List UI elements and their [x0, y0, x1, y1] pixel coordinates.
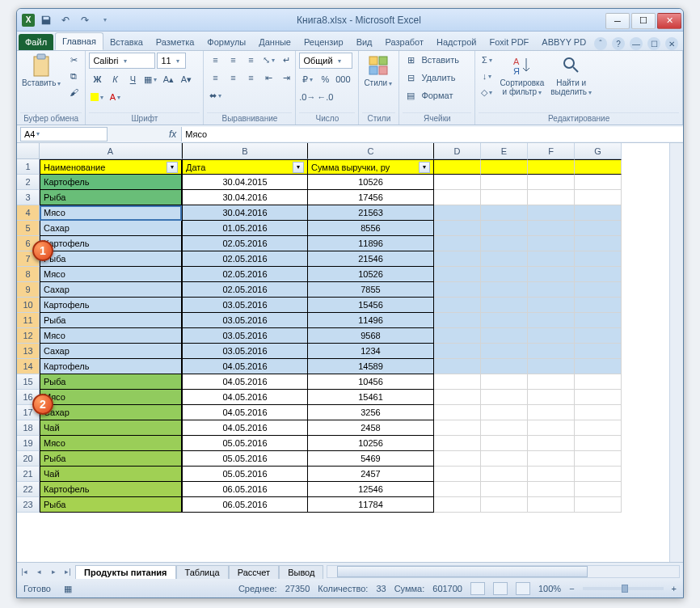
cell-date[interactable]: 03.05.2016: [182, 344, 308, 359]
cell-name[interactable]: Мясо: [40, 390, 182, 405]
cell-sum[interactable]: 2458: [308, 420, 434, 436]
cell-name[interactable]: Рыба: [40, 451, 182, 467]
cut-button[interactable]: ✂: [65, 53, 82, 67]
status-macro-icon[interactable]: ▦: [64, 584, 72, 594]
empty-cell[interactable]: [528, 251, 575, 267]
view-normal-button[interactable]: [470, 582, 485, 595]
row-header[interactable]: 5: [17, 221, 40, 236]
cell-name[interactable]: Чай: [40, 420, 182, 436]
row-header[interactable]: 2: [17, 175, 40, 190]
empty-cell[interactable]: [481, 282, 528, 298]
col-header-f[interactable]: F: [528, 143, 575, 159]
cell-name[interactable]: Картофель: [40, 175, 182, 190]
empty-cell[interactable]: [434, 451, 481, 467]
cell-name[interactable]: Сахар: [40, 282, 182, 298]
empty-cell[interactable]: [434, 267, 481, 282]
cell-sum[interactable]: 10456: [308, 374, 434, 390]
number-format-select[interactable]: Общий: [299, 53, 352, 69]
empty-cell[interactable]: [575, 282, 622, 298]
tab-layout[interactable]: Разметка: [150, 34, 201, 50]
indent-dec-button[interactable]: ⇤: [260, 70, 276, 85]
zoom-in-button[interactable]: +: [672, 584, 677, 593]
empty-cell[interactable]: [434, 344, 481, 359]
cell-sum[interactable]: 21563: [308, 205, 434, 221]
empty-cell[interactable]: [434, 482, 481, 497]
font-size-select[interactable]: 11: [157, 53, 186, 69]
header-cell-name[interactable]: Наименование▾: [40, 159, 182, 175]
empty-cell[interactable]: [434, 236, 481, 251]
cell-sum[interactable]: 5469: [308, 451, 434, 467]
cell-sum[interactable]: 2457: [308, 467, 434, 482]
minimize-ribbon-button[interactable]: ˆ: [594, 37, 607, 50]
cell-name[interactable]: Рыба: [40, 251, 182, 267]
cell-sum[interactable]: 17456: [308, 190, 434, 205]
row-header[interactable]: 11: [17, 313, 40, 328]
cell-date[interactable]: 03.05.2016: [182, 328, 308, 344]
empty-cell[interactable]: [434, 359, 481, 374]
empty-cell[interactable]: [575, 420, 622, 436]
empty-cell[interactable]: [481, 467, 528, 482]
cell-name[interactable]: Рыба: [40, 497, 182, 513]
empty-cell[interactable]: [575, 328, 622, 344]
sheet-tab-2[interactable]: Рассчет: [229, 565, 280, 579]
sheet-nav-last[interactable]: ▸|: [61, 564, 75, 579]
cell-date[interactable]: 05.05.2016: [182, 436, 308, 451]
col-header-g[interactable]: G: [575, 143, 622, 159]
empty-cell[interactable]: [575, 482, 622, 497]
row-header[interactable]: 18: [17, 420, 40, 436]
empty-cell[interactable]: [434, 313, 481, 328]
empty-cell[interactable]: [528, 313, 575, 328]
cell-date[interactable]: 04.05.2016: [182, 420, 308, 436]
zoom-thumb[interactable]: [622, 585, 628, 593]
cell-sum[interactable]: 11784: [308, 497, 434, 513]
empty-cell[interactable]: [528, 175, 575, 190]
empty-cell[interactable]: [434, 405, 481, 420]
empty-cell[interactable]: [481, 328, 528, 344]
fx-icon[interactable]: fx: [169, 129, 176, 140]
percent-button[interactable]: %: [317, 72, 333, 87]
row-header[interactable]: 14: [17, 359, 40, 374]
empty-cell[interactable]: [434, 497, 481, 513]
row-header[interactable]: 15: [17, 374, 40, 390]
qat-redo-button[interactable]: ↷: [77, 12, 93, 28]
align-right-button[interactable]: ≡: [242, 70, 259, 85]
dec-decimal-button[interactable]: ←.0: [317, 90, 333, 104]
tab-data[interactable]: Данные: [252, 34, 297, 50]
cell-date[interactable]: 06.05.2016: [182, 482, 308, 497]
row-header[interactable]: 4: [17, 205, 40, 221]
cell-name[interactable]: Рыба: [40, 374, 182, 390]
empty-cell[interactable]: [528, 467, 575, 482]
empty-cell[interactable]: [481, 436, 528, 451]
cell-name[interactable]: Рыба: [40, 313, 182, 328]
cell-name[interactable]: Сахар: [40, 405, 182, 420]
empty-cell[interactable]: [434, 159, 481, 175]
cell-sum[interactable]: 10256: [308, 436, 434, 451]
tab-developer[interactable]: Разработ: [379, 34, 430, 50]
empty-cell[interactable]: [528, 236, 575, 251]
shrink-font-button[interactable]: A▾: [178, 72, 194, 87]
minimize-button[interactable]: ─: [605, 13, 630, 29]
row-header[interactable]: 20: [17, 451, 40, 467]
fill-color-button[interactable]: [89, 90, 105, 104]
row-header[interactable]: 21: [17, 467, 40, 482]
empty-cell[interactable]: [528, 436, 575, 451]
zoom-slider[interactable]: [583, 587, 664, 590]
empty-cell[interactable]: [434, 221, 481, 236]
empty-cell[interactable]: [528, 159, 575, 175]
empty-cell[interactable]: [481, 190, 528, 205]
cell-sum[interactable]: 11896: [308, 236, 434, 251]
maximize-button[interactable]: ☐: [631, 13, 656, 29]
empty-cell[interactable]: [434, 328, 481, 344]
empty-cell[interactable]: [481, 374, 528, 390]
empty-cell[interactable]: [434, 467, 481, 482]
cell-date[interactable]: 04.05.2016: [182, 374, 308, 390]
empty-cell[interactable]: [528, 205, 575, 221]
cell-date[interactable]: 03.05.2016: [182, 313, 308, 328]
row-header[interactable]: 12: [17, 328, 40, 344]
empty-cell[interactable]: [528, 328, 575, 344]
row-header[interactable]: 8: [17, 267, 40, 282]
empty-cell[interactable]: [575, 251, 622, 267]
tab-foxit[interactable]: Foxit PDF: [483, 34, 535, 50]
grow-font-button[interactable]: A▴: [160, 72, 176, 87]
filter-button-b[interactable]: ▾: [293, 162, 304, 173]
